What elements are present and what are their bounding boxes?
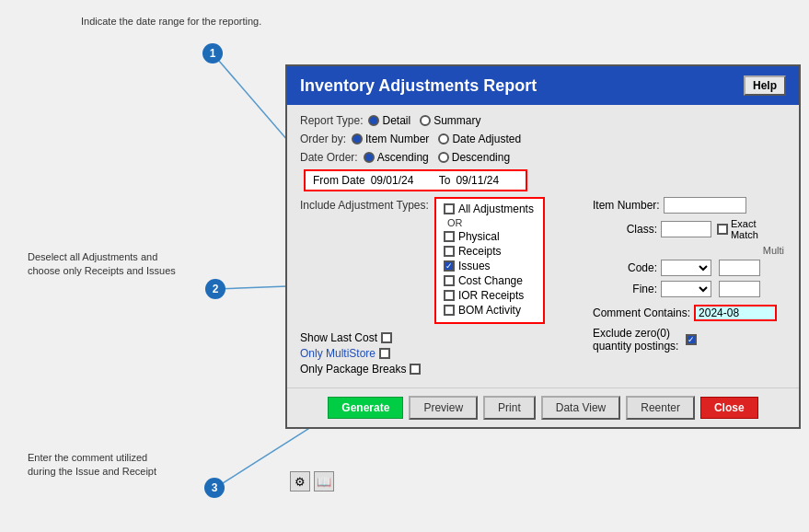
- comment-row: Comment Contains:: [593, 305, 786, 321]
- radio-summary-label: Summary: [433, 114, 480, 127]
- label-cost-change: Cost Change: [458, 274, 523, 287]
- date-order-row: Date Order: Ascending Descending: [300, 151, 786, 164]
- annotation-1: Indicate the date range for the reportin…: [81, 15, 261, 29]
- check-all-adjustments: [444, 203, 455, 214]
- generate-button[interactable]: Generate: [328, 397, 403, 419]
- right-column: Item Number: Class: Exact Match Multi: [593, 197, 786, 378]
- check-physical: [444, 231, 455, 242]
- data-view-button[interactable]: Data View: [541, 396, 620, 420]
- radio-ascending[interactable]: Ascending: [364, 151, 429, 164]
- check-cost-change: [444, 275, 455, 286]
- report-type-label: Report Type:: [300, 114, 363, 127]
- checkbox-receipts[interactable]: Receipts: [444, 245, 536, 258]
- check-receipts: [444, 246, 455, 257]
- dialog-footer: Generate Preview Print Data View Reenter…: [287, 387, 799, 427]
- class-input[interactable]: [661, 221, 711, 237]
- label-ior-receipts: IOR Receipts: [458, 289, 524, 302]
- radio-detail-dot: [368, 115, 379, 126]
- left-column: Include Adjustment Types: All Adjustment…: [300, 197, 582, 378]
- label-receipts: Receipts: [458, 245, 502, 258]
- code-input[interactable]: [719, 260, 760, 276]
- only-multistore-row[interactable]: Only MultiStore: [300, 347, 582, 360]
- form-columns: Include Adjustment Types: All Adjustment…: [300, 197, 786, 378]
- radio-detail-label: Detail: [382, 114, 410, 127]
- radio-item-number-dot: [352, 133, 363, 145]
- check-issues: ✓: [444, 260, 455, 272]
- item-number-input[interactable]: [664, 197, 746, 214]
- from-date-input[interactable]: [371, 174, 433, 187]
- from-date-label: From Date: [313, 174, 365, 187]
- radio-date-adjusted[interactable]: Date Adjusted: [438, 133, 521, 145]
- date-range-box: From Date To: [304, 169, 527, 191]
- checkbox-cost-change[interactable]: Cost Change: [444, 274, 536, 287]
- exclude-zero-label: Exclude zero(0)quantity postings:: [593, 327, 678, 353]
- to-date-input[interactable]: [456, 174, 518, 187]
- code-row: Code:: [593, 260, 786, 276]
- preview-button[interactable]: Preview: [409, 396, 478, 420]
- annotation-3: Enter the comment utilizedduring the Iss…: [28, 451, 156, 480]
- badge-1: 1: [202, 43, 223, 64]
- radio-ascending-dot: [364, 152, 375, 163]
- annotation-2: Deselect all Adjustments andchoose only …: [28, 250, 176, 279]
- item-number-row: Item Number:: [593, 197, 786, 214]
- order-by-row: Order by: Item Number Date Adjusted: [300, 133, 786, 145]
- checkbox-all-adjustments[interactable]: All Adjustments: [444, 202, 536, 215]
- fine-input[interactable]: [719, 281, 760, 297]
- radio-descending-label: Descending: [452, 151, 510, 164]
- radio-item-number-label: Item Number: [365, 133, 429, 145]
- radio-detail[interactable]: Detail: [368, 114, 410, 127]
- radio-descending[interactable]: Descending: [438, 151, 510, 164]
- show-last-cost-row[interactable]: Show Last Cost: [300, 331, 582, 344]
- item-number-label: Item Number:: [593, 199, 660, 212]
- icon-strip: ⚙ 📖: [290, 471, 334, 492]
- radio-summary-dot: [420, 115, 431, 126]
- or-text: OR: [447, 217, 536, 228]
- checkbox-physical[interactable]: Physical: [444, 230, 536, 243]
- radio-descending-dot: [438, 152, 449, 163]
- dialog-body: Report Type: Detail Summary Order by: It…: [287, 105, 799, 387]
- check-bom-activity: [444, 305, 455, 316]
- dialog-header: Inventory Adjustments Report Help: [287, 66, 799, 105]
- label-all-adjustments: All Adjustments: [458, 202, 534, 215]
- dialog-title: Inventory Adjustments Report: [300, 76, 537, 96]
- label-bom-activity: BOM Activity: [458, 304, 521, 317]
- radio-summary[interactable]: Summary: [420, 114, 480, 127]
- exclude-zero-row: Exclude zero(0)quantity postings: ✓: [593, 327, 786, 353]
- exact-match-row: Exact Match: [717, 218, 786, 240]
- settings-icon[interactable]: ⚙: [290, 471, 310, 492]
- adjustment-types-label: Include Adjustment Types:: [300, 197, 429, 212]
- check-ior-receipts: [444, 290, 455, 301]
- radio-item-number[interactable]: Item Number: [352, 133, 429, 145]
- help-button[interactable]: Help: [744, 75, 786, 96]
- check-only-multistore: [379, 348, 390, 359]
- comment-input[interactable]: [694, 305, 777, 321]
- only-package-breaks-row[interactable]: Only Package Breaks: [300, 363, 582, 376]
- fine-label: Fine:: [593, 283, 657, 295]
- class-label: Class:: [593, 223, 657, 236]
- radio-date-adjusted-label: Date Adjusted: [452, 133, 521, 145]
- order-by-label: Order by:: [300, 133, 346, 145]
- checkbox-ior-receipts[interactable]: IOR Receipts: [444, 289, 536, 302]
- badge-3: 3: [204, 478, 225, 498]
- check-exclude-zero[interactable]: ✓: [686, 334, 697, 345]
- show-last-cost-label: Show Last Cost: [300, 331, 377, 344]
- badge-2: 2: [205, 279, 225, 299]
- check-exact-match[interactable]: [717, 224, 728, 235]
- close-button[interactable]: Close: [700, 397, 758, 419]
- reenter-button[interactable]: Reenter: [626, 396, 695, 420]
- adjustment-types-section: Include Adjustment Types: All Adjustment…: [300, 197, 582, 324]
- comment-label: Comment Contains:: [593, 306, 690, 319]
- fine-row: Fine:: [593, 281, 786, 297]
- book-icon[interactable]: 📖: [314, 471, 334, 492]
- print-button[interactable]: Print: [483, 396, 536, 420]
- radio-date-adjusted-dot: [438, 133, 449, 145]
- code-select[interactable]: [661, 260, 711, 276]
- only-package-breaks-label: Only Package Breaks: [300, 363, 406, 376]
- checkbox-bom-activity[interactable]: BOM Activity: [444, 304, 536, 317]
- check-only-package-breaks: [410, 364, 421, 375]
- checkbox-issues[interactable]: ✓ Issues: [444, 260, 536, 272]
- fine-select[interactable]: [661, 281, 711, 297]
- bottom-checks: Show Last Cost Only MultiStore Only Pack…: [300, 331, 582, 376]
- date-range-row: From Date To: [300, 169, 786, 191]
- adjustment-types-box: All Adjustments OR Physical Receipts ✓: [434, 197, 545, 324]
